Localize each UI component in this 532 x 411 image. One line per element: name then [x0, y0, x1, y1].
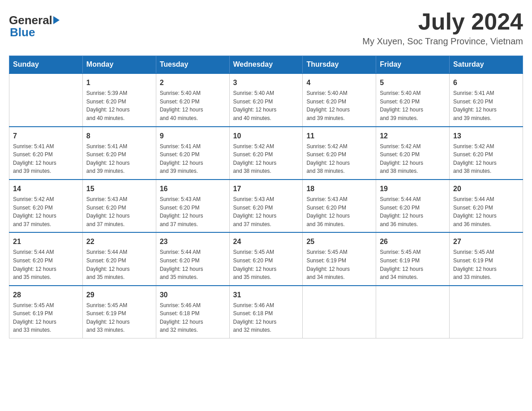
page-header: General Blue July 2024 My Xuyen, Soc Tra…	[9, 9, 523, 47]
calendar-cell: 10Sunrise: 5:42 AM Sunset: 6:20 PM Dayli…	[229, 127, 303, 180]
calendar-cell: 20Sunrise: 5:44 AM Sunset: 6:20 PM Dayli…	[450, 180, 523, 232]
calendar-table: SundayMondayTuesdayWednesdayThursdayFrid…	[9, 56, 523, 338]
calendar-cell: 14Sunrise: 5:42 AM Sunset: 6:20 PM Dayli…	[9, 180, 83, 232]
day-number: 5	[380, 77, 446, 88]
day-number: 30	[160, 290, 226, 300]
column-header-thursday: Thursday	[303, 56, 376, 74]
day-number: 17	[233, 184, 299, 194]
day-info: Sunrise: 5:39 AM Sunset: 6:20 PM Dayligh…	[86, 89, 152, 122]
day-info: Sunrise: 5:42 AM Sunset: 6:20 PM Dayligh…	[13, 195, 79, 228]
column-header-tuesday: Tuesday	[156, 56, 229, 74]
day-number: 2	[160, 77, 226, 88]
calendar-cell: 2Sunrise: 5:40 AM Sunset: 6:20 PM Daylig…	[156, 73, 229, 126]
day-number: 10	[233, 131, 299, 141]
day-info: Sunrise: 5:44 AM Sunset: 6:20 PM Dayligh…	[86, 248, 152, 281]
column-header-saturday: Saturday	[450, 56, 523, 74]
calendar-cell: 19Sunrise: 5:44 AM Sunset: 6:20 PM Dayli…	[376, 180, 450, 232]
day-info: Sunrise: 5:43 AM Sunset: 6:20 PM Dayligh…	[160, 195, 226, 228]
day-info: Sunrise: 5:41 AM Sunset: 6:20 PM Dayligh…	[86, 142, 152, 176]
calendar-cell: 18Sunrise: 5:43 AM Sunset: 6:20 PM Dayli…	[303, 180, 376, 232]
calendar-cell: 16Sunrise: 5:43 AM Sunset: 6:20 PM Dayli…	[156, 180, 229, 232]
calendar-cell	[450, 286, 523, 338]
calendar-cell: 23Sunrise: 5:44 AM Sunset: 6:20 PM Dayli…	[156, 232, 229, 285]
calendar-cell: 21Sunrise: 5:44 AM Sunset: 6:20 PM Dayli…	[9, 232, 83, 285]
day-number: 19	[380, 184, 446, 194]
day-number: 16	[160, 184, 226, 194]
day-number: 8	[86, 131, 152, 141]
calendar-cell: 1Sunrise: 5:39 AM Sunset: 6:20 PM Daylig…	[82, 73, 156, 126]
day-info: Sunrise: 5:42 AM Sunset: 6:20 PM Dayligh…	[453, 142, 519, 176]
day-info: Sunrise: 5:42 AM Sunset: 6:20 PM Dayligh…	[380, 142, 446, 176]
calendar-header-row: SundayMondayTuesdayWednesdayThursdayFrid…	[9, 56, 523, 74]
calendar-cell: 31Sunrise: 5:46 AM Sunset: 6:18 PM Dayli…	[229, 286, 303, 338]
calendar-cell: 30Sunrise: 5:46 AM Sunset: 6:18 PM Dayli…	[156, 286, 229, 338]
calendar-week-5: 28Sunrise: 5:45 AM Sunset: 6:19 PM Dayli…	[9, 286, 523, 338]
day-number: 31	[233, 290, 299, 300]
day-info: Sunrise: 5:41 AM Sunset: 6:20 PM Dayligh…	[160, 142, 226, 176]
day-info: Sunrise: 5:45 AM Sunset: 6:19 PM Dayligh…	[380, 248, 446, 281]
day-number: 22	[86, 236, 152, 247]
day-number: 28	[13, 290, 79, 300]
title-area: July 2024 My Xuyen, Soc Trang Province, …	[362, 9, 523, 47]
column-header-sunday: Sunday	[9, 56, 83, 74]
day-info: Sunrise: 5:44 AM Sunset: 6:20 PM Dayligh…	[453, 195, 519, 228]
day-info: Sunrise: 5:45 AM Sunset: 6:19 PM Dayligh…	[86, 301, 152, 334]
day-number: 3	[233, 77, 299, 88]
day-number: 13	[453, 131, 519, 141]
calendar-cell: 27Sunrise: 5:45 AM Sunset: 6:19 PM Dayli…	[450, 232, 523, 285]
day-number: 18	[306, 184, 372, 194]
day-number: 23	[160, 236, 226, 247]
calendar-cell: 15Sunrise: 5:43 AM Sunset: 6:20 PM Dayli…	[82, 180, 156, 232]
column-header-friday: Friday	[376, 56, 450, 74]
day-number: 12	[380, 131, 446, 141]
calendar-body: 1Sunrise: 5:39 AM Sunset: 6:20 PM Daylig…	[9, 73, 523, 338]
day-number: 11	[306, 131, 372, 141]
calendar-week-3: 14Sunrise: 5:42 AM Sunset: 6:20 PM Dayli…	[9, 180, 523, 232]
calendar-cell: 7Sunrise: 5:41 AM Sunset: 6:20 PM Daylig…	[9, 127, 83, 180]
calendar-cell: 12Sunrise: 5:42 AM Sunset: 6:20 PM Dayli…	[376, 127, 450, 180]
day-info: Sunrise: 5:42 AM Sunset: 6:20 PM Dayligh…	[306, 142, 372, 176]
day-number: 9	[160, 131, 226, 141]
calendar-cell: 26Sunrise: 5:45 AM Sunset: 6:19 PM Dayli…	[376, 232, 450, 285]
calendar-week-2: 7Sunrise: 5:41 AM Sunset: 6:20 PM Daylig…	[9, 127, 523, 180]
day-info: Sunrise: 5:45 AM Sunset: 6:19 PM Dayligh…	[453, 248, 519, 281]
calendar-cell: 13Sunrise: 5:42 AM Sunset: 6:20 PM Dayli…	[450, 127, 523, 180]
day-number: 21	[13, 236, 79, 247]
logo-arrow-icon	[53, 16, 60, 24]
logo-blue: Blue	[10, 26, 35, 39]
calendar-cell: 4Sunrise: 5:40 AM Sunset: 6:20 PM Daylig…	[303, 73, 376, 126]
day-info: Sunrise: 5:43 AM Sunset: 6:20 PM Dayligh…	[233, 195, 299, 228]
calendar-cell: 29Sunrise: 5:45 AM Sunset: 6:19 PM Dayli…	[82, 286, 156, 338]
day-number: 27	[453, 236, 519, 247]
day-number: 7	[13, 131, 79, 141]
calendar-cell	[376, 286, 450, 338]
day-info: Sunrise: 5:40 AM Sunset: 6:20 PM Dayligh…	[160, 89, 226, 122]
calendar-cell: 24Sunrise: 5:45 AM Sunset: 6:20 PM Dayli…	[229, 232, 303, 285]
calendar-cell: 22Sunrise: 5:44 AM Sunset: 6:20 PM Dayli…	[82, 232, 156, 285]
calendar-cell: 6Sunrise: 5:41 AM Sunset: 6:20 PM Daylig…	[450, 73, 523, 126]
day-info: Sunrise: 5:45 AM Sunset: 6:19 PM Dayligh…	[306, 248, 372, 281]
calendar-cell: 28Sunrise: 5:45 AM Sunset: 6:19 PM Dayli…	[9, 286, 83, 338]
day-info: Sunrise: 5:41 AM Sunset: 6:20 PM Dayligh…	[13, 142, 79, 176]
day-number: 25	[306, 236, 372, 247]
calendar-cell: 11Sunrise: 5:42 AM Sunset: 6:20 PM Dayli…	[303, 127, 376, 180]
day-number: 14	[13, 184, 79, 194]
day-number: 26	[380, 236, 446, 247]
day-info: Sunrise: 5:44 AM Sunset: 6:20 PM Dayligh…	[13, 248, 79, 281]
calendar-cell: 5Sunrise: 5:40 AM Sunset: 6:20 PM Daylig…	[376, 73, 450, 126]
month-title: July 2024	[362, 9, 523, 34]
calendar-cell: 9Sunrise: 5:41 AM Sunset: 6:20 PM Daylig…	[156, 127, 229, 180]
day-info: Sunrise: 5:43 AM Sunset: 6:20 PM Dayligh…	[86, 195, 152, 228]
day-info: Sunrise: 5:43 AM Sunset: 6:20 PM Dayligh…	[306, 195, 372, 228]
calendar-week-1: 1Sunrise: 5:39 AM Sunset: 6:20 PM Daylig…	[9, 73, 523, 126]
day-info: Sunrise: 5:45 AM Sunset: 6:19 PM Dayligh…	[13, 301, 79, 334]
day-number: 1	[86, 77, 152, 88]
day-info: Sunrise: 5:44 AM Sunset: 6:20 PM Dayligh…	[160, 248, 226, 281]
logo: General Blue	[9, 13, 60, 39]
day-info: Sunrise: 5:44 AM Sunset: 6:20 PM Dayligh…	[380, 195, 446, 228]
calendar-cell	[303, 286, 376, 338]
day-info: Sunrise: 5:40 AM Sunset: 6:20 PM Dayligh…	[380, 89, 446, 122]
day-number: 15	[86, 184, 152, 194]
calendar-cell: 8Sunrise: 5:41 AM Sunset: 6:20 PM Daylig…	[82, 127, 156, 180]
day-number: 29	[86, 290, 152, 300]
